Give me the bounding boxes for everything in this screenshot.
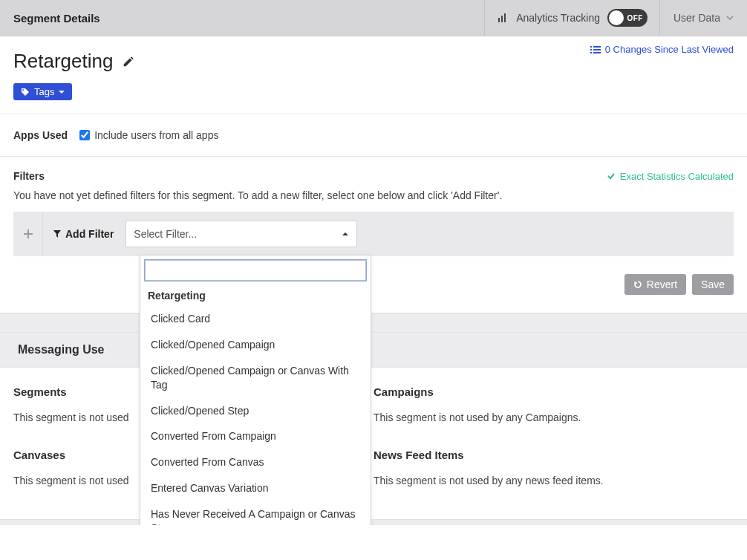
topbar-right: Analytics Tracking OFF User Data bbox=[484, 0, 747, 36]
exact-stats-label: Exact Statistics Calculated bbox=[620, 171, 734, 182]
user-data-label: User Data bbox=[673, 12, 720, 24]
newsfeed-title: News Feed Items bbox=[374, 449, 720, 461]
filter-select[interactable]: Select Filter... bbox=[125, 221, 357, 247]
dropdown-item[interactable]: Entered Canvas Variation bbox=[140, 475, 371, 501]
tags-button[interactable]: Tags bbox=[13, 83, 72, 100]
page-title: Segment Details bbox=[0, 0, 484, 36]
svg-rect-0 bbox=[498, 18, 500, 22]
caret-up-icon bbox=[342, 230, 349, 238]
tag-icon bbox=[21, 88, 30, 97]
dropdown-search-wrap bbox=[140, 255, 371, 285]
svg-rect-1 bbox=[501, 16, 503, 22]
add-filter-bar: Add Filter Select Filter... Retargeting … bbox=[13, 212, 734, 256]
svg-rect-8 bbox=[593, 52, 601, 53]
svg-rect-3 bbox=[590, 46, 592, 48]
svg-rect-7 bbox=[590, 52, 592, 53]
save-button[interactable]: Save bbox=[692, 274, 734, 295]
include-all-apps[interactable]: Include users from all apps bbox=[79, 129, 218, 141]
newsfeed-text: This segment is not used by any news fee… bbox=[374, 475, 720, 486]
svg-rect-5 bbox=[590, 49, 592, 51]
caret-down-icon bbox=[59, 89, 65, 95]
bar-chart-icon bbox=[497, 12, 509, 24]
exact-statistics: Exact Statistics Calculated bbox=[607, 171, 734, 182]
toggle-state: OFF bbox=[627, 14, 643, 22]
toggle-knob bbox=[609, 10, 624, 25]
campaigns-text: This segment is not used by any Campaign… bbox=[374, 411, 720, 423]
messaging-use-header: Messaging Use bbox=[0, 333, 747, 368]
filter-select-placeholder: Select Filter... bbox=[134, 228, 197, 240]
section-gap bbox=[0, 313, 747, 333]
dropdown-group-label: Retargeting bbox=[140, 285, 371, 306]
chevron-down-icon bbox=[726, 14, 734, 22]
segment-name: Retargeting bbox=[13, 50, 113, 73]
analytics-label: Analytics Tracking bbox=[516, 12, 600, 24]
filters-title: Filters bbox=[13, 170, 45, 182]
dropdown-item[interactable]: Clicked/Opened Step bbox=[140, 398, 371, 424]
action-row: Revert Save bbox=[0, 256, 747, 313]
dropdown-item[interactable]: Clicked/Opened Campaign bbox=[140, 332, 371, 358]
dropdown-list[interactable]: Retargeting Clicked Card Clicked/Opened … bbox=[140, 285, 371, 525]
analytics-toggle[interactable]: OFF bbox=[607, 9, 647, 27]
dropdown-search-input[interactable] bbox=[145, 260, 366, 281]
messaging-grid: Segments This segment is not used Canvas… bbox=[0, 368, 747, 519]
changes-label: 0 Changes Since Last Viewed bbox=[605, 44, 734, 55]
bottom-gap bbox=[0, 519, 747, 525]
svg-rect-6 bbox=[593, 49, 601, 51]
pencil-icon[interactable] bbox=[122, 55, 135, 68]
save-label: Save bbox=[701, 279, 725, 290]
add-filter-label: Add Filter bbox=[65, 228, 114, 240]
filters-header: Filters Exact Statistics Calculated bbox=[0, 156, 747, 186]
dropdown-item[interactable]: Clicked/Opened Campaign or Canvas With T… bbox=[140, 358, 371, 398]
changes-link[interactable]: 0 Changes Since Last Viewed bbox=[590, 44, 734, 55]
svg-rect-4 bbox=[593, 46, 601, 48]
analytics-tracking: Analytics Tracking OFF bbox=[485, 0, 659, 36]
list-icon bbox=[590, 45, 601, 54]
user-data-menu[interactable]: User Data bbox=[660, 0, 747, 36]
add-filter-label-wrap: Add Filter bbox=[43, 228, 124, 240]
tags-label: Tags bbox=[34, 86, 54, 97]
messaging-campaigns: Campaigns This segment is not used by an… bbox=[374, 385, 734, 512]
apps-used-row: Apps Used Include users from all apps bbox=[13, 114, 734, 156]
dropdown-item[interactable]: Has Never Received A Campaign or Canvas … bbox=[140, 501, 371, 525]
filters-description: You have not yet defined filters for thi… bbox=[0, 186, 747, 212]
dropdown-item[interactable]: Converted From Canvas bbox=[140, 449, 371, 475]
include-all-apps-checkbox[interactable] bbox=[79, 130, 90, 140]
svg-rect-2 bbox=[504, 13, 506, 22]
campaigns-title: Campaigns bbox=[374, 385, 720, 398]
revert-label: Revert bbox=[647, 279, 677, 290]
segment-header: Retargeting 0 Changes Since Last Viewed … bbox=[0, 36, 747, 156]
svg-point-9 bbox=[22, 89, 24, 91]
check-icon bbox=[607, 172, 616, 180]
filter-icon bbox=[53, 230, 61, 238]
filter-dropdown: Retargeting Clicked Card Clicked/Opened … bbox=[140, 255, 371, 525]
dropdown-item[interactable]: Converted From Campaign bbox=[140, 423, 371, 449]
dropdown-item[interactable]: Clicked Card bbox=[140, 306, 371, 332]
apps-used-label: Apps Used bbox=[13, 129, 68, 141]
plus-icon bbox=[13, 212, 43, 256]
include-label: Include users from all apps bbox=[94, 129, 218, 141]
revert-button[interactable]: Revert bbox=[624, 274, 686, 295]
topbar: Segment Details Analytics Tracking OFF U… bbox=[0, 0, 747, 36]
revert-icon bbox=[633, 280, 642, 289]
